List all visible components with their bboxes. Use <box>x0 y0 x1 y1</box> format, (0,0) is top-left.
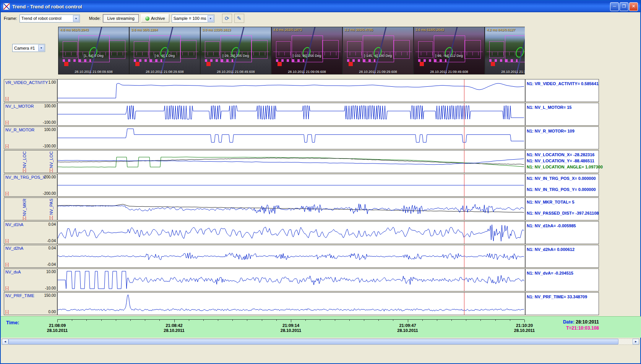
time-axis[interactable] <box>57 319 524 323</box>
time-cursor[interactable] <box>464 79 464 102</box>
axis-tick <box>364 320 364 321</box>
scroll-right-arrow[interactable]: ► <box>633 339 639 345</box>
camera-thumbnail[interactable]: 3.2 ms 393/0.4785 [-145, -6] 180 Deg 28.… <box>342 27 414 74</box>
time-cursor[interactable] <box>464 293 464 315</box>
sample-select[interactable]: Sample = 100 ms ▼ <box>172 15 214 23</box>
close-button[interactable]: ✕ <box>629 2 638 11</box>
camera-select[interactable]: Camera #1 ▼ <box>12 44 45 52</box>
time-cursor[interactable] <box>464 269 464 291</box>
axis-tick <box>276 320 277 321</box>
collapse-toggle[interactable]: [-] <box>5 262 9 267</box>
thumb-info: 4.2 ms 841/0.6127 <box>487 28 525 32</box>
thumb-timestamp: 28.10.2011 21:10:09.608 <box>485 70 525 74</box>
camera-thumbnail[interactable]: 3.0 ms 133/0.1613 [-29, 29] 205 Deg 28.1… <box>200 27 271 74</box>
tick-time: 21:08:42 <box>166 323 182 328</box>
channel-min: -100.00 <box>43 144 56 148</box>
readout-box: N1: NV_LOCATION_X= -28.282316 N1: NV_LOC… <box>525 150 599 173</box>
trend-row: NV_d1hA 0.04 -0.04 [-] N1: NV_d1hA= -0.0… <box>4 221 639 244</box>
chevron-down-icon[interactable]: ▼ <box>73 15 79 22</box>
thumb-info: 3.6 ms 618/0.2643 <box>415 28 484 32</box>
tick-time: 21:09:47 <box>399 323 416 328</box>
time-cursor[interactable] <box>464 222 464 244</box>
thumb-timestamp: 28.10.2011 21:08:09.608 <box>58 70 129 74</box>
axis-tick <box>232 320 233 321</box>
collapse-toggle[interactable]: [-] <box>5 191 9 196</box>
collapse-toggle[interactable]: [-] <box>23 168 26 172</box>
trend-plot[interactable] <box>57 292 525 315</box>
axis-tick <box>335 320 335 321</box>
edit-button[interactable]: ✎ <box>234 14 244 23</box>
time-cursor[interactable] <box>464 127 464 149</box>
time-cursor[interactable] <box>464 198 464 220</box>
readout-value: N1: NV_IN_TRG_POS_Y= 0.000000 <box>527 186 599 193</box>
camera-thumbnail[interactable]: 4.6 ms 263/0.1873 [-102, 95] 256 Deg 28.… <box>271 27 342 74</box>
collapse-toggle[interactable]: [-] <box>5 310 9 314</box>
axis-tick <box>480 320 481 321</box>
axis-tick <box>349 320 350 321</box>
marker-square <box>135 62 140 66</box>
title-bar[interactable]: Trend - Trend of robot control ─ ❐ ✕ <box>1 1 640 12</box>
collapse-toggle[interactable]: [-] <box>5 239 9 243</box>
camera-thumbnail[interactable]: 4.6 ms 961/0.2943 [1, 64] 0 Deg 28.10.20… <box>58 27 129 74</box>
trend-plot[interactable] <box>57 174 525 197</box>
marker-strip <box>63 59 91 62</box>
trend-plot[interactable] <box>57 150 525 173</box>
collapse-toggle[interactable]: [-] <box>5 286 9 290</box>
trend-row: VR_VIDEO_ACTIVITY 1.00 [-] N1: VR_VIDEO_… <box>4 79 639 102</box>
trend-plot[interactable] <box>57 221 525 244</box>
chevron-down-icon[interactable]: ▼ <box>208 15 214 22</box>
horizontal-scrollbar[interactable]: ◄ ► <box>2 338 639 345</box>
date-value: 28:10:2011 <box>576 319 599 325</box>
trend-plot[interactable] <box>57 103 525 126</box>
axis-tick <box>247 320 247 321</box>
readout-value: N1: NV_MKR_TOTAL= 5 <box>527 199 599 205</box>
camera-thumbnail[interactable]: 3.6 ms 618/0.2643 [-99, -94] 112 Deg 28.… <box>414 27 485 74</box>
marker-strip <box>205 59 233 62</box>
axis-tick <box>305 320 306 321</box>
tick-date: 28.10.2011 <box>397 328 418 333</box>
axis-tick <box>130 320 131 321</box>
trend-plot[interactable] <box>57 245 525 268</box>
live-streaming-button[interactable]: Live streaming <box>103 14 139 23</box>
time-cursor[interactable] <box>464 174 464 196</box>
readout-value: N1: NV_LOCATION_ANGLE= 1.097300 <box>527 164 599 170</box>
axis-tick <box>408 320 408 322</box>
channel-name: NV_PAS <box>49 199 54 215</box>
axis-tick <box>510 320 510 321</box>
camera-select-value: Camera #1 <box>14 46 35 50</box>
trend-row: NV_d2hA 0.04 -0.04 [-] N1: NV_d2hA= 0.00… <box>4 245 639 268</box>
thumb-position: [-29, 29] 205 Deg <box>201 54 271 58</box>
frame-select[interactable]: Trend of robot control ▼ <box>19 15 80 23</box>
axis-tick <box>203 320 204 321</box>
collapse-toggle[interactable]: [-] <box>5 120 9 125</box>
trend-plot[interactable] <box>57 126 525 149</box>
collapse-toggle[interactable]: [-] <box>50 215 53 220</box>
time-cursor[interactable] <box>464 103 464 125</box>
archive-button[interactable]: Archive <box>141 14 169 23</box>
axis-tick <box>422 320 423 321</box>
marker-square <box>349 62 353 66</box>
trend-row: NV_IN_TRG_POS_X 200.00 -200.00 [-] N1: N… <box>4 174 639 197</box>
thumb-timestamp: 28.10.2011 21:09:29.608 <box>343 70 413 74</box>
thumb-timestamp: 28.10.2011 21:09:09.608 <box>272 70 342 74</box>
thumb-position: [1, 64] 0 Deg <box>58 54 129 58</box>
restore-button[interactable]: ❐ <box>620 2 628 11</box>
scroll-left-arrow[interactable]: ◄ <box>2 339 8 345</box>
channel-max: 0.04 <box>49 222 56 226</box>
channel-max: 150.00 <box>44 293 56 298</box>
camera-thumbnail[interactable]: 4.2 ms 841/0.6127 28.10.2011 21:10:09.60… <box>485 27 525 74</box>
scrollbar-thumb[interactable] <box>8 339 618 345</box>
collapse-toggle[interactable]: [-] <box>5 144 9 148</box>
chevron-down-icon[interactable]: ▼ <box>38 45 44 51</box>
trend-plot[interactable] <box>57 269 525 291</box>
collapse-toggle[interactable]: [-] <box>5 97 9 101</box>
time-cursor[interactable] <box>464 245 464 267</box>
time-cursor[interactable] <box>464 150 464 173</box>
collapse-toggle[interactable]: [-] <box>50 168 53 172</box>
refresh-button[interactable]: ⟳ <box>222 14 232 23</box>
minimize-button[interactable]: ─ <box>610 2 619 11</box>
trend-plot[interactable] <box>57 197 525 220</box>
camera-thumbnail[interactable]: 3.6 ms 36/0.1284 [-9, -9] 1 Deg 28.10.20… <box>129 27 200 74</box>
collapse-toggle[interactable]: [-] <box>23 216 26 220</box>
trend-plot[interactable] <box>57 79 525 102</box>
